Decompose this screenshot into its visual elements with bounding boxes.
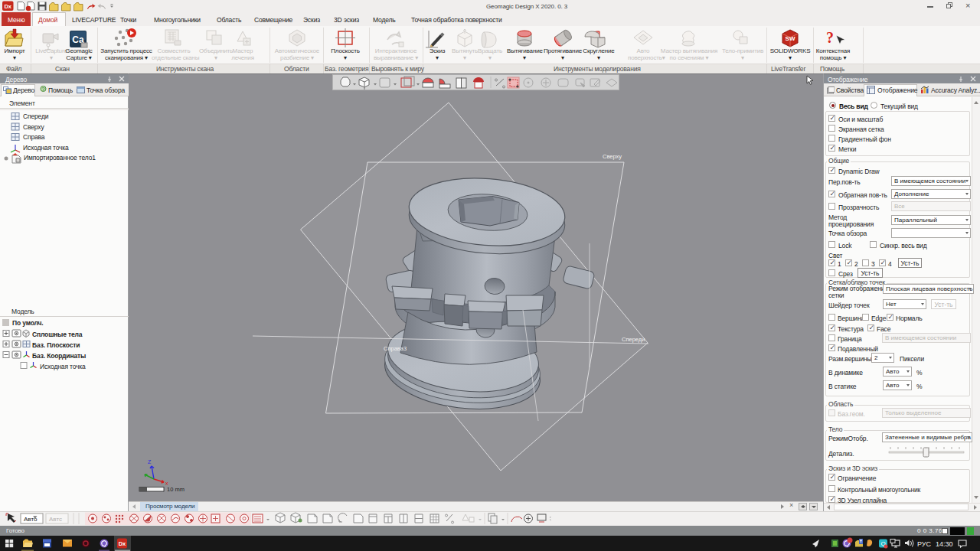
svg-text:Справа3: Справа3 [384,345,407,352]
svg-text:Спереди: Спереди [622,336,645,343]
svg-text:РУС: РУС [917,540,932,548]
svg-text:Dx: Dx [119,540,126,547]
svg-text:?: ? [42,86,45,92]
svg-text:Автс: Автс [49,516,62,523]
svg-text:SW: SW [786,35,795,42]
svg-text:Dx: Dx [4,3,11,10]
svg-text:14:30: 14:30 [936,540,953,548]
svg-text:x: x [165,481,168,486]
svg-text:Z: Z [148,459,152,465]
svg-text:?: ? [826,29,834,46]
svg-text:Сверху: Сверху [603,153,622,160]
svg-text:10 mm: 10 mm [167,486,185,493]
